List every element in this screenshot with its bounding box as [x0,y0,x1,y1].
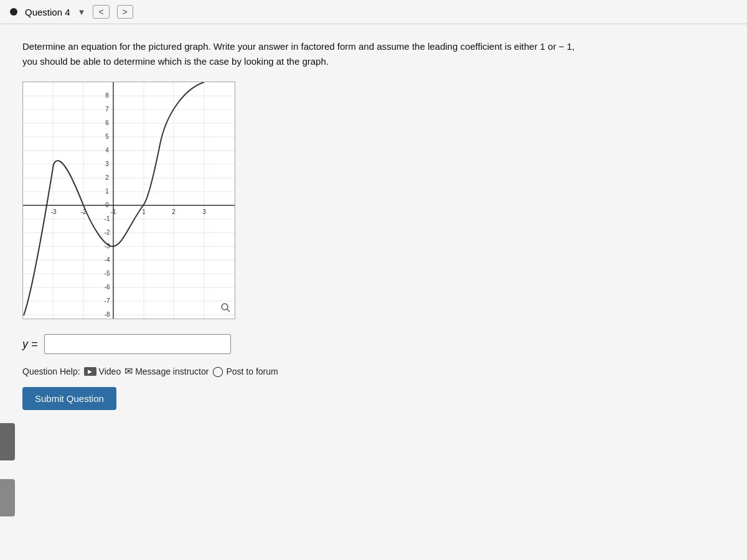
answer-row: y = [22,334,725,354]
question-text: Determine an equation for the pictured g… [22,39,583,69]
video-label: Video [99,366,121,376]
svg-text:-1: -1 [105,215,110,222]
svg-text:-2: -2 [105,229,110,236]
svg-text:-8: -8 [105,311,110,318]
question-dropdown-button[interactable]: ▼ [78,7,86,17]
svg-text:3: 3 [202,208,206,215]
svg-text:6: 6 [105,119,109,126]
content-area: Determine an equation for the pictured g… [0,24,747,425]
top-bar: Question 4 ▼ < > [0,0,747,24]
svg-text:-7: -7 [105,297,110,304]
video-help-link[interactable]: ▶ Video [84,366,121,376]
video-icon: ▶ [84,367,96,376]
prev-question-button[interactable]: < [93,5,109,19]
submit-question-button[interactable]: Submit Question [22,387,116,410]
svg-text:5: 5 [105,133,109,140]
svg-text:2: 2 [105,174,109,181]
svg-text:4: 4 [105,147,109,154]
forum-icon: ◯ [212,365,223,377]
svg-text:1: 1 [142,208,146,215]
left-tab-1 [0,423,15,460]
graph-container: 0 1 2 3 4 5 6 7 8 -1 -2 -3 -4 -5 [22,82,235,319]
svg-text:-5: -5 [105,270,110,277]
help-label: Question Help: [22,366,80,376]
svg-text:-6: -6 [105,284,110,291]
main-container: Question 4 ▼ < > Determine an equation f… [0,0,747,560]
post-to-forum-label: Post to forum [226,366,278,376]
svg-text:7: 7 [105,106,109,113]
question-dot-icon [10,8,17,16]
svg-text:-3: -3 [51,208,57,215]
answer-input[interactable] [44,334,231,354]
message-instructor-link[interactable]: ✉ Message instructor [125,365,209,377]
svg-text:1: 1 [105,188,109,195]
question-label: Question 4 [25,7,70,17]
svg-text:8: 8 [105,92,109,99]
svg-text:2: 2 [172,208,176,215]
svg-text:3: 3 [105,161,109,167]
svg-rect-0 [23,82,235,319]
svg-text:-1: -1 [111,208,116,215]
answer-label: y = [22,338,38,351]
graph-wrapper: 0 1 2 3 4 5 6 7 8 -1 -2 -3 -4 -5 [22,82,725,322]
next-question-button[interactable]: > [117,5,133,19]
left-tab-2 [0,479,15,516]
svg-text:0: 0 [105,202,109,208]
mail-icon: ✉ [125,365,133,377]
message-instructor-label: Message instructor [135,366,209,376]
question-help: Question Help: ▶ Video ✉ Message instruc… [22,365,725,377]
graph-svg: 0 1 2 3 4 5 6 7 8 -1 -2 -3 -4 -5 [23,82,235,319]
post-to-forum-link[interactable]: ◯ Post to forum [212,365,278,377]
svg-text:-4: -4 [105,256,110,263]
